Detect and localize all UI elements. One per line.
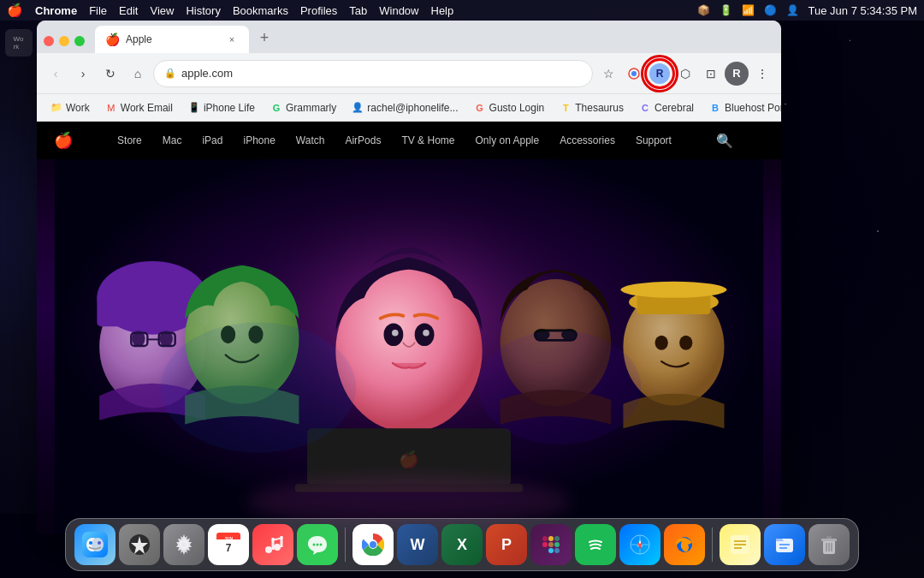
menubar-tab[interactable]: Tab: [349, 4, 367, 17]
window-maximize-button[interactable]: [74, 36, 85, 46]
home-button[interactable]: ⌂: [126, 62, 150, 86]
active-tab[interactable]: 🍎 Apple ×: [95, 26, 249, 53]
dock-app-system-settings[interactable]: [163, 524, 204, 565]
address-text[interactable]: apple.com: [181, 67, 582, 80]
bookmarks-bar: 📁 Work M Work Email 📱 iPhone Life G Gram…: [37, 94, 781, 122]
menubar-help[interactable]: Help: [431, 4, 454, 17]
bookmark-gusto[interactable]: G Gusto Login: [467, 99, 552, 116]
bookmark-cerebral-label: Cerebral: [654, 102, 694, 114]
dock-app-messages[interactable]: [297, 524, 338, 565]
dock-app-music[interactable]: [252, 524, 293, 565]
apple-search-icon[interactable]: 🔍: [716, 133, 733, 149]
svg-point-40: [98, 541, 101, 545]
svg-rect-64: [554, 536, 560, 541]
menubar-file[interactable]: File: [89, 4, 107, 17]
reload-button[interactable]: ↻: [98, 62, 122, 86]
menubar: 🍎 Chrome File Edit View History Bookmark…: [0, 0, 924, 21]
dock-app-safari[interactable]: [619, 524, 660, 565]
bookmark-work-email[interactable]: M Work Email: [98, 99, 180, 116]
dock-app-calendar[interactable]: 7 JUN: [208, 524, 249, 565]
menubar-history[interactable]: History: [186, 4, 220, 17]
window-minimize-button[interactable]: [59, 36, 69, 46]
toolbar-actions: ☆ R ⬡ ⊡: [596, 62, 774, 86]
apple-nav-accessories[interactable]: Accessories: [560, 134, 615, 146]
dock-app-word[interactable]: W: [397, 524, 438, 565]
svg-point-32: [679, 336, 692, 350]
apple-menu-icon[interactable]: 🍎: [7, 3, 23, 18]
tab-strip-button[interactable]: ⊡: [699, 62, 723, 86]
new-tab-button[interactable]: +: [252, 26, 276, 50]
dock-app-chrome[interactable]: [352, 524, 394, 565]
apple-nav-store[interactable]: Store: [117, 134, 142, 146]
svg-rect-61: [548, 548, 554, 553]
bookmark-bluehost[interactable]: B Bluehost Portal: [702, 99, 781, 116]
bookmark-star-button[interactable]: ☆: [596, 62, 620, 86]
bookmark-gusto-icon: G: [474, 102, 486, 114]
apple-nav-airpods[interactable]: AirPods: [345, 134, 381, 146]
dock-app-firefox[interactable]: [664, 524, 705, 565]
google-lens-button[interactable]: [622, 62, 646, 86]
window-close-button[interactable]: [44, 36, 54, 46]
bookmark-work-email-label: Work Email: [121, 102, 173, 114]
svg-point-54: [317, 544, 319, 546]
dock-app-trash[interactable]: [808, 524, 850, 565]
desktop: 🍎 Chrome File Edit View History Bookmark…: [0, 0, 924, 578]
apple-site-logo[interactable]: 🍎: [54, 131, 73, 150]
svg-point-50: [274, 544, 281, 551]
dock-app-notes[interactable]: [720, 524, 761, 565]
apple-nav-ipad[interactable]: iPad: [202, 134, 222, 146]
forward-button[interactable]: ›: [71, 62, 95, 86]
left-sidebar-strip: Work: [0, 21, 37, 514]
user-menu-icon[interactable]: 👤: [786, 3, 800, 17]
tab-close-button[interactable]: ×: [225, 33, 239, 46]
svg-point-19: [423, 330, 429, 337]
svg-rect-63: [554, 542, 560, 547]
lock-icon: 🔒: [164, 68, 176, 79]
apple-nav-tv-home[interactable]: TV & Home: [401, 134, 454, 146]
apple-nav-mac[interactable]: Mac: [163, 134, 182, 146]
menubar-bookmarks[interactable]: Bookmarks: [233, 4, 288, 17]
bookmark-thesaurus[interactable]: T Thesaurus: [553, 99, 631, 116]
dock-app-spotify[interactable]: [575, 524, 616, 565]
menubar-view[interactable]: View: [150, 4, 174, 17]
bookmark-cerebral[interactable]: C Cerebral: [632, 99, 701, 116]
tab-bar: 🍎 Apple × +: [37, 21, 781, 53]
menubar-edit[interactable]: Edit: [119, 4, 138, 17]
memoji-group: 🍎: [37, 159, 781, 534]
dropbox-menu-icon[interactable]: 📦: [697, 3, 711, 17]
dock-separator-2: [712, 527, 713, 562]
bookmark-work-email-icon: M: [105, 102, 117, 114]
svg-point-39: [89, 541, 92, 545]
profile-avatar: R: [649, 63, 670, 84]
menubar-app-name[interactable]: Chrome: [35, 4, 77, 17]
bookmark-iphone-life[interactable]: 📱 iPhone Life: [181, 99, 262, 116]
dock-app-excel[interactable]: X: [441, 524, 483, 565]
svg-point-18: [392, 330, 399, 337]
chrome-profile-button[interactable]: R: [725, 62, 749, 86]
menubar-profiles[interactable]: Profiles: [300, 4, 337, 17]
google-account-button[interactable]: R: [648, 62, 672, 86]
dock-app-powerpoint[interactable]: P: [486, 524, 527, 565]
menubar-window[interactable]: Window: [379, 4, 418, 17]
bookmark-thesaurus-label: Thesaurus: [575, 102, 624, 114]
bookmark-work[interactable]: 📁 Work: [44, 99, 97, 116]
bookmark-rachel[interactable]: 👤 rachel@iphonelife...: [345, 99, 465, 116]
cast-button[interactable]: ⬡: [673, 62, 697, 86]
apple-nav-iphone[interactable]: iPhone: [243, 134, 275, 146]
dock-app-launchpad[interactable]: [119, 524, 160, 565]
apple-nav-support[interactable]: Support: [636, 134, 672, 146]
bluetooth-menu-icon[interactable]: 🔵: [764, 3, 778, 17]
dock-app-files[interactable]: [764, 524, 805, 565]
bookmark-bluehost-icon: B: [709, 102, 721, 114]
apple-bag-icon[interactable]: 🛍: [750, 133, 764, 148]
tab-favicon: 🍎: [105, 33, 119, 46]
wifi-menu-icon[interactable]: 📶: [742, 3, 755, 17]
more-options-button[interactable]: ⋮: [750, 62, 774, 86]
apple-nav-watch[interactable]: Watch: [296, 134, 325, 146]
address-bar[interactable]: 🔒 apple.com: [153, 60, 593, 87]
bookmark-grammarly[interactable]: G Grammarly: [264, 99, 343, 116]
dock-app-slack[interactable]: [530, 524, 572, 565]
back-button[interactable]: ‹: [44, 62, 68, 86]
apple-nav-only-apple[interactable]: Only on Apple: [475, 134, 539, 146]
dock-app-finder[interactable]: [74, 524, 116, 565]
